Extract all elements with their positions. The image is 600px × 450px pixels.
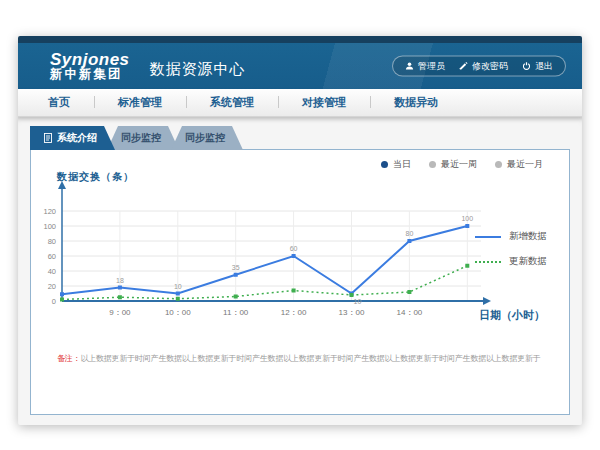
company-logo: Synjones 新中新集团 bbox=[18, 51, 130, 82]
tab-sync-monitor-2[interactable]: 同步监控 bbox=[171, 126, 243, 150]
chart-panel: 当日 最近一周 最近一月 数据交换（条） 0204060801001209：00… bbox=[30, 149, 570, 415]
tab-system-intro[interactable]: 系统介绍 bbox=[30, 126, 115, 150]
range-option-last-week[interactable]: 最近一周 bbox=[429, 158, 477, 171]
user-icon bbox=[405, 62, 414, 71]
svg-text:14：00: 14：00 bbox=[397, 308, 423, 317]
change-password-button[interactable]: 修改密码 bbox=[459, 60, 508, 73]
svg-text:120: 120 bbox=[43, 207, 56, 216]
svg-text:9：00: 9：00 bbox=[109, 308, 131, 317]
x-axis-title: 日期（小时） bbox=[479, 308, 545, 323]
svg-text:35: 35 bbox=[232, 264, 240, 271]
note-label: 备注： bbox=[57, 354, 80, 363]
svg-text:12：00: 12：00 bbox=[281, 308, 307, 317]
range-option-last-month[interactable]: 最近一月 bbox=[495, 158, 543, 171]
nav-item-interface-mgmt[interactable]: 对接管理 bbox=[278, 95, 370, 110]
time-range-options: 当日 最近一周 最近一月 bbox=[381, 158, 543, 171]
tab-label: 系统介绍 bbox=[57, 131, 97, 145]
note-text: 以上数据更新于时间产生数据以上数据更新于时间产生数据以上数据更新于时间产生数据以… bbox=[80, 354, 540, 363]
power-icon bbox=[522, 62, 531, 71]
document-icon bbox=[44, 133, 52, 143]
edit-icon bbox=[459, 62, 468, 71]
svg-text:100: 100 bbox=[43, 222, 56, 231]
range-label: 最近一月 bbox=[507, 158, 543, 171]
tab-label: 同步监控 bbox=[185, 131, 225, 145]
app-window: Synjones 新中新集团 数据资源中心 管理员 修改密码 退出 bbox=[18, 36, 582, 425]
admin-label: 管理员 bbox=[418, 60, 445, 73]
range-label: 当日 bbox=[393, 158, 411, 171]
legend-new-data: 新增数据 bbox=[475, 230, 547, 243]
radio-selected-icon bbox=[381, 161, 388, 168]
range-label: 最近一周 bbox=[441, 158, 477, 171]
nav-item-standard-mgmt[interactable]: 标准管理 bbox=[94, 95, 186, 110]
svg-text:20: 20 bbox=[48, 282, 56, 291]
logo-text: Synjones bbox=[50, 51, 130, 69]
logo-subtext: 新中新集团 bbox=[50, 68, 130, 81]
nav-item-data-change[interactable]: 数据异动 bbox=[370, 95, 462, 110]
tab-label: 同步监控 bbox=[121, 131, 161, 145]
logout-button[interactable]: 退出 bbox=[522, 60, 553, 73]
page-title: 数据资源中心 bbox=[150, 60, 246, 79]
tab-bar: 系统介绍 同步监控 同步监控 bbox=[30, 126, 243, 150]
blue-line-sample-icon bbox=[475, 236, 501, 238]
radio-icon bbox=[495, 161, 502, 168]
window-top-strip bbox=[18, 36, 582, 43]
svg-text:60: 60 bbox=[290, 245, 298, 252]
svg-text:80: 80 bbox=[48, 237, 56, 246]
svg-text:40: 40 bbox=[48, 267, 56, 276]
app-header: Synjones 新中新集团 数据资源中心 管理员 修改密码 退出 bbox=[18, 43, 582, 89]
admin-menu-item[interactable]: 管理员 bbox=[405, 60, 445, 73]
range-option-today[interactable]: 当日 bbox=[381, 158, 411, 171]
series-legend: 新增数据 更新数据 bbox=[475, 230, 547, 268]
logout-label: 退出 bbox=[535, 60, 553, 73]
footer-note: 备注：以上数据更新于时间产生数据以上数据更新于时间产生数据以上数据更新于时间产生… bbox=[57, 353, 541, 364]
svg-text:80: 80 bbox=[406, 230, 414, 237]
nav-item-home[interactable]: 首页 bbox=[18, 95, 94, 110]
legend-label: 新增数据 bbox=[509, 230, 547, 243]
svg-text:10：00: 10：00 bbox=[165, 308, 191, 317]
legend-updated-data: 更新数据 bbox=[475, 255, 547, 268]
svg-text:10: 10 bbox=[174, 283, 182, 290]
content-area: 系统介绍 同步监控 同步监控 当日 最近一周 bbox=[18, 117, 582, 424]
svg-text:100: 100 bbox=[461, 215, 473, 222]
svg-text:10: 10 bbox=[354, 298, 362, 305]
svg-text:11：00: 11：00 bbox=[223, 308, 249, 317]
legend-label: 更新数据 bbox=[509, 255, 547, 268]
radio-icon bbox=[429, 161, 436, 168]
tab-sync-monitor-1[interactable]: 同步监控 bbox=[107, 126, 179, 150]
svg-text:13：00: 13：00 bbox=[339, 308, 365, 317]
change-password-label: 修改密码 bbox=[472, 60, 508, 73]
main-nav: 首页 标准管理 系统管理 对接管理 数据异动 bbox=[18, 89, 582, 117]
svg-text:60: 60 bbox=[48, 252, 56, 261]
green-dotted-sample-icon bbox=[475, 261, 501, 263]
svg-text:18: 18 bbox=[116, 277, 124, 284]
user-menu: 管理员 修改密码 退出 bbox=[392, 56, 566, 77]
svg-text:0: 0 bbox=[52, 297, 56, 306]
nav-item-system-mgmt[interactable]: 系统管理 bbox=[186, 95, 278, 110]
